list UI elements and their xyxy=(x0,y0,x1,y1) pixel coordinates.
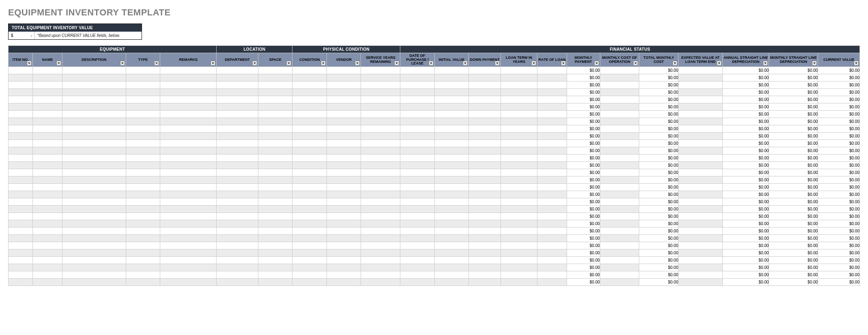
table-cell[interactable]: $0.00 xyxy=(722,155,769,162)
table-cell[interactable] xyxy=(469,228,501,235)
table-cell[interactable] xyxy=(258,206,292,213)
table-cell[interactable] xyxy=(361,271,400,279)
table-cell[interactable] xyxy=(469,235,501,242)
table-cell[interactable] xyxy=(600,162,639,169)
table-cell[interactable] xyxy=(678,220,722,228)
table-cell[interactable] xyxy=(33,176,62,184)
table-cell[interactable] xyxy=(400,184,435,191)
table-cell[interactable] xyxy=(327,279,361,286)
table-cell[interactable] xyxy=(9,133,33,140)
table-cell[interactable] xyxy=(33,184,62,191)
table-cell[interactable] xyxy=(434,220,469,228)
table-cell[interactable]: $0.00 xyxy=(639,89,679,96)
table-cell[interactable] xyxy=(600,133,639,140)
table-cell[interactable] xyxy=(678,169,722,176)
table-cell[interactable] xyxy=(537,271,567,279)
table-cell[interactable] xyxy=(501,228,537,235)
table-cell[interactable] xyxy=(600,206,639,213)
table-cell[interactable] xyxy=(160,111,217,118)
table-cell[interactable]: $0.00 xyxy=(722,89,769,96)
table-cell[interactable] xyxy=(501,169,537,176)
table-cell[interactable] xyxy=(126,147,160,155)
table-cell[interactable] xyxy=(217,228,258,235)
table-cell[interactable] xyxy=(292,82,327,89)
filter-dropdown-icon[interactable] xyxy=(561,61,566,66)
table-cell[interactable] xyxy=(600,125,639,133)
table-cell[interactable]: $0.00 xyxy=(567,147,600,155)
column-header[interactable]: SERVICE YEARS REMAINING xyxy=(361,53,400,67)
table-cell[interactable] xyxy=(434,206,469,213)
table-cell[interactable] xyxy=(292,155,327,162)
table-cell[interactable] xyxy=(361,235,400,242)
table-cell[interactable] xyxy=(160,257,217,264)
table-cell[interactable] xyxy=(678,74,722,82)
table-cell[interactable] xyxy=(126,242,160,249)
table-cell[interactable] xyxy=(292,133,327,140)
table-cell[interactable] xyxy=(600,155,639,162)
table-cell[interactable] xyxy=(258,176,292,184)
table-cell[interactable] xyxy=(33,89,62,96)
table-cell[interactable] xyxy=(33,125,62,133)
table-cell[interactable] xyxy=(469,96,501,103)
table-cell[interactable] xyxy=(160,169,217,176)
table-cell[interactable]: $0.00 xyxy=(769,169,818,176)
table-cell[interactable]: $0.00 xyxy=(769,111,818,118)
table-cell[interactable] xyxy=(9,271,33,279)
table-cell[interactable] xyxy=(600,264,639,271)
table-cell[interactable] xyxy=(469,191,501,198)
table-cell[interactable] xyxy=(361,228,400,235)
table-cell[interactable] xyxy=(160,140,217,147)
table-cell[interactable] xyxy=(434,89,469,96)
table-cell[interactable]: $0.00 xyxy=(567,271,600,279)
table-cell[interactable] xyxy=(600,184,639,191)
table-cell[interactable] xyxy=(258,169,292,176)
table-cell[interactable] xyxy=(434,184,469,191)
table-cell[interactable] xyxy=(258,235,292,242)
table-cell[interactable] xyxy=(400,198,435,206)
table-cell[interactable] xyxy=(434,257,469,264)
table-cell[interactable] xyxy=(33,96,62,103)
table-cell[interactable] xyxy=(258,184,292,191)
table-cell[interactable] xyxy=(33,191,62,198)
table-cell[interactable] xyxy=(434,103,469,111)
table-cell[interactable] xyxy=(327,147,361,155)
table-cell[interactable] xyxy=(33,206,62,213)
table-cell[interactable] xyxy=(33,147,62,155)
table-cell[interactable]: $0.00 xyxy=(639,220,679,228)
table-cell[interactable] xyxy=(469,213,501,220)
table-cell[interactable] xyxy=(9,198,33,206)
table-cell[interactable] xyxy=(537,213,567,220)
table-cell[interactable] xyxy=(469,162,501,169)
filter-dropdown-icon[interactable] xyxy=(463,61,468,66)
table-cell[interactable] xyxy=(327,228,361,235)
table-cell[interactable] xyxy=(292,74,327,82)
table-cell[interactable]: $0.00 xyxy=(639,176,679,184)
table-cell[interactable]: $0.00 xyxy=(639,184,679,191)
table-cell[interactable] xyxy=(327,89,361,96)
table-cell[interactable] xyxy=(258,140,292,147)
table-cell[interactable] xyxy=(327,82,361,89)
table-cell[interactable]: $0.00 xyxy=(722,235,769,242)
table-cell[interactable] xyxy=(469,257,501,264)
table-cell[interactable]: $0.00 xyxy=(818,162,860,169)
table-cell[interactable] xyxy=(400,74,435,82)
table-cell[interactable] xyxy=(217,125,258,133)
table-cell[interactable] xyxy=(160,96,217,103)
table-cell[interactable] xyxy=(400,169,435,176)
table-cell[interactable] xyxy=(62,67,126,74)
table-cell[interactable] xyxy=(537,147,567,155)
table-cell[interactable]: $0.00 xyxy=(567,111,600,118)
table-cell[interactable] xyxy=(160,74,217,82)
table-cell[interactable] xyxy=(292,206,327,213)
table-cell[interactable]: $0.00 xyxy=(818,67,860,74)
table-cell[interactable] xyxy=(469,133,501,140)
table-cell[interactable] xyxy=(62,169,126,176)
table-cell[interactable] xyxy=(62,155,126,162)
table-cell[interactable]: $0.00 xyxy=(818,198,860,206)
table-cell[interactable] xyxy=(361,103,400,111)
table-cell[interactable]: $0.00 xyxy=(639,96,679,103)
table-cell[interactable] xyxy=(9,155,33,162)
table-cell[interactable]: $0.00 xyxy=(818,118,860,125)
table-cell[interactable] xyxy=(258,118,292,125)
table-cell[interactable]: $0.00 xyxy=(818,264,860,271)
